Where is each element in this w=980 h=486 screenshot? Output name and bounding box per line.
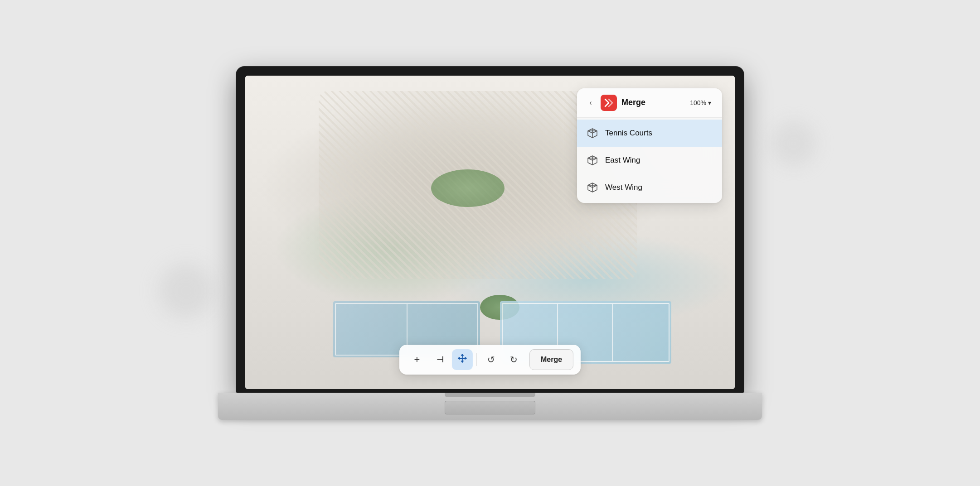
laptop-trackpad	[445, 401, 535, 414]
merge-panel-title: Merge	[621, 98, 686, 107]
toolbar-divider	[476, 353, 477, 366]
redo-icon: ↻	[509, 354, 517, 365]
zoom-chevron-icon: ▾	[708, 99, 711, 106]
panel-item-label-east: East Wing	[605, 156, 640, 165]
back-button[interactable]: ‹	[584, 96, 597, 109]
undo-button[interactable]: ↺	[480, 349, 501, 370]
decoration-blob-left	[159, 264, 213, 318]
laptop-body: ‹ Merge 100% ▾	[218, 67, 762, 420]
toolbar: + ⊣ ↺	[399, 345, 581, 375]
cube-icon-east	[586, 154, 599, 167]
panel-item-west-wing[interactable]: West Wing	[577, 174, 722, 201]
panel-item-tennis-courts[interactable]: Tennis Courts	[577, 120, 722, 147]
add-button[interactable]: +	[407, 349, 427, 370]
panel-item-label-west: West Wing	[605, 183, 642, 192]
laptop-wrapper: ‹ Merge 100% ▾	[173, 39, 807, 447]
green-area-1	[431, 169, 505, 207]
merge-button-label: Merge	[541, 356, 562, 363]
redo-button[interactable]: ↻	[503, 349, 524, 370]
fit-icon: ⊣	[437, 355, 443, 365]
move-icon	[457, 353, 467, 366]
laptop-screen: ‹ Merge 100% ▾	[245, 76, 735, 389]
merge-panel: ‹ Merge 100% ▾	[577, 88, 722, 203]
zoom-selector[interactable]: 100% ▾	[686, 97, 715, 108]
fit-button[interactable]: ⊣	[429, 349, 450, 370]
panel-item-east-wing[interactable]: East Wing	[577, 147, 722, 174]
panel-items-list: Tennis Courts	[577, 118, 722, 203]
merge-panel-header: ‹ Merge 100% ▾	[577, 88, 722, 118]
panel-item-label-tennis: Tennis Courts	[605, 129, 652, 138]
plus-icon: +	[414, 354, 420, 366]
laptop-hinge	[445, 393, 535, 397]
decoration-blob-right	[771, 121, 816, 166]
cube-icon-west	[586, 181, 599, 194]
laptop-screen-bezel: ‹ Merge 100% ▾	[236, 67, 744, 393]
undo-icon: ↺	[487, 354, 495, 365]
laptop-base	[218, 393, 762, 420]
zoom-value: 100%	[690, 99, 706, 106]
merge-logo-icon	[601, 95, 617, 111]
merge-button[interactable]: Merge	[529, 349, 573, 370]
cube-icon-tennis	[586, 127, 599, 140]
move-button[interactable]	[452, 349, 473, 370]
